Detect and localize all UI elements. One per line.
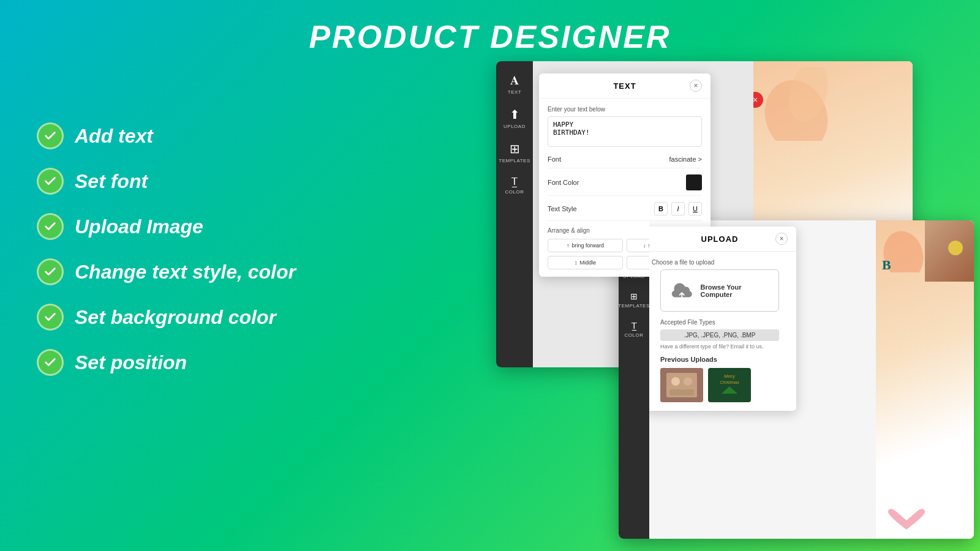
- italic-button[interactable]: I: [671, 202, 685, 216]
- upload-dialog-header: UPLOAD ×: [649, 227, 796, 252]
- sidebar-item-color[interactable]: T̲ COLOR: [496, 170, 533, 201]
- windows-container: 𝐀 TEXT ⬆ UPLOAD ⊞ TEMPLATES T̲ COLOR ×: [496, 61, 962, 527]
- feature-label-add-text: Add text: [75, 125, 153, 148]
- prev-uploads-grid: MerryChristmas: [652, 368, 788, 411]
- sidebar-item-text[interactable]: 𝐀 TEXT: [496, 67, 533, 101]
- upload-sidebar-item-color[interactable]: T̲ COLOR: [619, 315, 649, 344]
- svg-point-3: [948, 241, 963, 255]
- sidebar-upload-label: UPLOAD: [503, 124, 526, 129]
- svg-marker-9: [722, 386, 737, 394]
- check-icon-bg-color: [37, 304, 64, 331]
- feature-bg-color: Set background color: [37, 304, 296, 331]
- font-color-row: Font Color: [548, 174, 702, 196]
- send-backward-icon: ↓: [643, 242, 646, 249]
- heart-shape: [888, 508, 925, 533]
- text-dialog-title: TEXT: [560, 81, 690, 91]
- feature-label-set-font: Set font: [75, 170, 148, 193]
- upload-sidebar-color-label: COLOR: [625, 332, 644, 338]
- upload-card-bday-text: B: [882, 257, 891, 273]
- cloud-upload-icon: [671, 280, 693, 301]
- feature-label-set-position: Set position: [75, 351, 187, 374]
- text-icon: 𝐀: [510, 73, 519, 88]
- page-title: PRODUCT DESIGNER: [0, 0, 980, 55]
- svg-rect-8: [669, 389, 694, 395]
- font-value[interactable]: fascinate >: [669, 156, 702, 163]
- feature-upload-image: Upload Image: [37, 213, 296, 240]
- upload-drop-zone[interactable]: Browse Your Computer: [660, 269, 779, 312]
- middle-button[interactable]: ↕ Middle: [548, 256, 623, 269]
- christmas-decoration: [720, 386, 739, 394]
- christmas-thumb-text: MerryChristmas: [720, 373, 739, 386]
- sidebar-color-label: COLOR: [505, 189, 524, 195]
- bring-forward-label: bring forward: [571, 242, 604, 249]
- bold-button[interactable]: B: [654, 202, 668, 216]
- sidebar-templates-label: TEMPLATES: [499, 158, 530, 163]
- middle-icon: ↕: [575, 260, 578, 266]
- upload-color-icon: T̲: [631, 321, 637, 331]
- templates-icon: ⊞: [510, 141, 520, 156]
- color-icon: T̲: [511, 176, 518, 187]
- middle-label: Middle: [579, 260, 596, 266]
- feature-set-font: Set font: [37, 168, 296, 195]
- upload-dialog: UPLOAD × Choose a file to upload Browse …: [649, 227, 796, 411]
- upload-templates-icon: ⊞: [630, 291, 638, 301]
- upload-sidebar-item-templates[interactable]: ⊞ TEMPLATES: [619, 285, 649, 315]
- browse-your-computer-text: Browse Your Computer: [701, 283, 769, 298]
- svg-point-6: [671, 377, 680, 386]
- upload-panel-bg: UPLOAD × Choose a file to upload Browse …: [649, 220, 876, 539]
- feature-set-position: Set position: [37, 349, 296, 376]
- prev-upload-thumb-1[interactable]: [660, 368, 703, 402]
- sidebar-item-upload[interactable]: ⬆ UPLOAD: [496, 101, 533, 135]
- feature-label-upload-image: Upload Image: [75, 216, 203, 238]
- upload-window: 𝐀 TEXT ⬆ UPLOAD ⊞ TEMPLATES T̲ COLOR: [619, 220, 974, 539]
- upload-icon: ⬆: [510, 107, 520, 122]
- feature-add-text: Add text: [37, 122, 296, 149]
- font-row: Font fascinate >: [548, 156, 702, 168]
- text-style-row: Text Style B I U: [548, 202, 702, 221]
- feature-label-bg-color: Set background color: [75, 306, 276, 329]
- bring-forward-button[interactable]: ↑ bring forward: [548, 239, 623, 252]
- feature-label-change-style: Change text style, color: [75, 261, 296, 283]
- prev-uploads-label: Previous Uploads: [652, 356, 788, 363]
- text-input-field[interactable]: HAPPY BIRTHDAY!: [548, 116, 702, 147]
- decorative-shape: [760, 67, 833, 141]
- email-hint-text: Have a different type of file? Email it …: [652, 343, 788, 350]
- sidebar-item-templates[interactable]: ⊞ TEMPLATES: [496, 135, 533, 170]
- text-style-label: Text Style: [548, 205, 577, 212]
- wedding-photo-thumbnail: [660, 368, 703, 402]
- features-list: Add text Set font Upload Image Change te…: [37, 122, 296, 394]
- check-icon-set-position: [37, 349, 64, 376]
- check-icon-set-font: [37, 168, 64, 195]
- accepted-types-label: Accepted File Types: [652, 319, 788, 326]
- upload-card-preview: B: [876, 220, 974, 539]
- font-color-label: Font Color: [548, 179, 579, 186]
- underline-button[interactable]: U: [688, 202, 702, 216]
- sidebar-text-label: TEXT: [508, 89, 521, 95]
- text-dialog-close-button[interactable]: ×: [690, 80, 702, 92]
- font-label: Font: [548, 156, 561, 163]
- svg-point-7: [684, 377, 692, 386]
- choose-file-label: Choose a file to upload: [652, 259, 788, 266]
- upload-dialog-body: Choose a file to upload Browse Your Comp…: [649, 252, 796, 411]
- upload-canvas: B UPLOAD ×: [649, 220, 974, 539]
- font-color-swatch[interactable]: [686, 174, 702, 190]
- bring-forward-icon: ↑: [567, 242, 570, 249]
- enter-text-label: Enter your text below: [548, 106, 702, 113]
- designer-sidebar: 𝐀 TEXT ⬆ UPLOAD ⊞ TEMPLATES T̲ COLOR: [496, 61, 533, 367]
- text-dialog-header: TEXT ×: [539, 73, 710, 99]
- check-icon-add-text: [37, 122, 64, 149]
- upload-dialog-close-button[interactable]: ×: [775, 233, 788, 245]
- prev-upload-thumb-2[interactable]: MerryChristmas: [708, 368, 751, 402]
- yellow-circle: [946, 239, 965, 257]
- upload-dialog-title: UPLOAD: [664, 234, 775, 244]
- style-buttons-group: B I U: [654, 202, 702, 216]
- feature-change-style: Change text style, color: [37, 258, 296, 285]
- check-icon-upload-image: [37, 213, 64, 240]
- upload-sidebar-templates-label: TEMPLATES: [619, 303, 650, 309]
- check-icon-change-style: [37, 258, 64, 285]
- file-types-badge: .JPG, .JPEG, .PNG, .BMP: [660, 329, 779, 341]
